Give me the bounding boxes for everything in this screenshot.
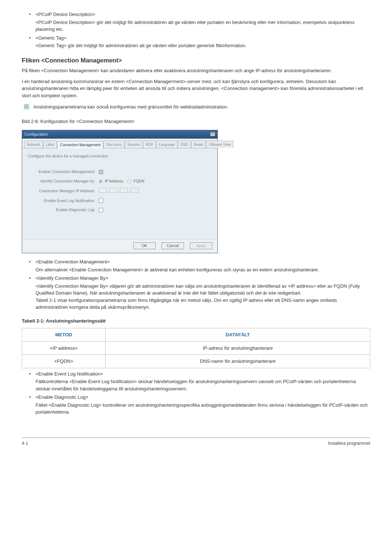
ip-address-field[interactable]: . . .	[99, 188, 139, 194]
figure-caption: Bild 2-6: Konfiguration för <Connection …	[22, 118, 370, 125]
label-identify-by: Identify Connection Manager by:	[28, 178, 99, 184]
list-item: • <Enable Event Log Notification> Fältko…	[29, 370, 370, 393]
apply-button[interactable]: Apply	[190, 242, 212, 250]
list-item: • <PCoIP Device Description> <PCoIP Devi…	[29, 11, 370, 33]
ip-octet-4[interactable]	[130, 188, 138, 193]
label-diag-log: Enable Diagnostic Log:	[28, 207, 99, 213]
cell-method: <FQDN>	[22, 355, 106, 368]
ok-button[interactable]: OK	[133, 242, 156, 250]
radio-ip-address[interactable]	[99, 180, 102, 183]
item-desc: <PCoIP Device Description> gör det möjli…	[36, 19, 370, 33]
col-header-method: METOD	[22, 328, 106, 342]
note-row: Anslutningsparametrarna kan också konfig…	[22, 103, 370, 111]
item-desc: Om alternativet <Enable Connection Manag…	[36, 266, 370, 274]
bullet-dot-icon: •	[29, 11, 36, 33]
table-row: <IP address> IP-adress för anslutninghan…	[22, 341, 370, 355]
list-item: • <Identify Connection Manager By> <Iden…	[29, 275, 370, 311]
row-cm-ip: Connection Manager IP Address: . . .	[28, 188, 212, 194]
checkbox-enable-cm[interactable]	[99, 170, 103, 174]
tab-session[interactable]: Session	[125, 141, 143, 148]
tab-label[interactable]: Label	[43, 141, 57, 148]
table-caption: Tabell 2-1: Anslutningshanteringssätt	[22, 317, 370, 325]
paragraph: I en hanterad anslutning kommunicerar en…	[22, 78, 370, 99]
dialog-body: Configure the device for a managed conne…	[22, 148, 217, 239]
row-diag-log: Enable Diagnostic Log:	[28, 207, 212, 213]
col-header-datafield: DATAFÄLT	[106, 328, 370, 342]
tab-discovery[interactable]: Discovery	[103, 141, 124, 148]
list-item: • <Enable Diagnostic Log> Fältet <Enable…	[29, 394, 370, 416]
item-desc: Fältkontrollerna <Enable Event Log Notif…	[36, 378, 370, 392]
bullet-dot-icon: •	[29, 394, 36, 416]
tab-vmware-view[interactable]: VMware View	[206, 141, 233, 148]
row-identify-by: Identify Connection Manager by: IP Addre…	[28, 178, 212, 184]
note-text: Anslutningsparametrarna kan också konfig…	[33, 103, 228, 111]
row-event-log: Enable Event Log Notification:	[28, 198, 212, 204]
page-number: 4-1	[22, 440, 28, 447]
page-footer: 4-1 Installera programmet	[22, 438, 370, 447]
label-event-log: Enable Event Log Notification:	[28, 198, 99, 204]
item-desc: <Generic Tag> gör det möjligt för admini…	[36, 42, 370, 49]
radio-ip-label: IP Address	[105, 179, 123, 183]
cancel-button[interactable]: Cancel	[162, 242, 184, 250]
tab-strip: Network Label Connection Management Disc…	[22, 139, 217, 148]
bullet-dot-icon: •	[29, 275, 36, 311]
footer-title: Installera programmet	[328, 440, 370, 447]
ip-octet-3[interactable]	[120, 188, 128, 193]
bottom-bullet-list: • <Enable Event Log Notification> Fältko…	[22, 370, 370, 416]
radio-fqdn-label: FQDN	[134, 179, 144, 183]
bullet-dot-icon: •	[29, 34, 36, 49]
top-bullet-list: • <PCoIP Device Description> <PCoIP Devi…	[22, 11, 370, 49]
label-enable-cm: Enable Connection Management:	[28, 169, 99, 175]
item-title: <Generic Tag>	[36, 34, 370, 42]
item-title: <Identify Connection Manager By>	[36, 275, 370, 282]
cell-datafield: DNS-namn för anslutningshanterare	[106, 355, 370, 368]
dialog-button-row: OK Cancel Apply	[22, 239, 217, 253]
item-desc: Fältet <Enable Diagnostic Log> kontrolle…	[36, 402, 370, 416]
close-icon[interactable]: ×	[210, 132, 215, 136]
tab-language[interactable]: Language	[156, 141, 178, 148]
paragraph: På fliken <Connection Management> kan an…	[22, 67, 370, 74]
item-title: <Enable Event Log Notification>	[36, 370, 370, 378]
table-row: <FQDN> DNS-namn för anslutningshanterare	[22, 355, 370, 368]
checkbox-event-log[interactable]	[99, 198, 103, 203]
section-heading: Fliken <Connection Management>	[22, 56, 370, 65]
item-desc: <Identify Connection Manager By> väljare…	[36, 283, 370, 311]
list-item: • <Generic Tag> <Generic Tag> gör det mö…	[29, 34, 370, 49]
checkbox-diag-log[interactable]	[99, 208, 103, 212]
dialog-titlebar: Configuration ×	[22, 130, 217, 139]
tab-network[interactable]: Network	[24, 141, 43, 148]
ip-octet-1[interactable]	[99, 188, 107, 193]
bullet-dot-icon: •	[29, 370, 36, 393]
note-icon	[24, 104, 29, 109]
tab-osd[interactable]: OSD	[178, 141, 191, 148]
tab-rdp[interactable]: RDP	[143, 141, 156, 148]
dialog-description: Configure the device for a managed conne…	[28, 153, 212, 159]
lower-bullet-list: • <Enable Connection Management> Om alte…	[22, 258, 370, 311]
item-title: <PCoIP Device Description>	[36, 11, 370, 18]
item-title: <Enable Diagnostic Log>	[36, 394, 370, 401]
cell-datafield: IP-adress för anslutninghanterare	[106, 341, 370, 355]
bullet-dot-icon: •	[29, 258, 36, 273]
method-table: METOD DATAFÄLT <IP address> IP-adress fö…	[22, 328, 370, 368]
tab-reset[interactable]: Reset	[191, 141, 206, 148]
label-cm-ip: Connection Manager IP Address:	[28, 188, 99, 194]
dialog-title: Configuration	[24, 131, 48, 138]
item-title: <Enable Connection Management>	[36, 258, 370, 266]
ip-octet-2[interactable]	[109, 188, 117, 193]
configuration-dialog: Configuration × Network Label Connection…	[22, 130, 218, 253]
tab-connection-management[interactable]: Connection Management	[57, 141, 103, 148]
row-enable-cm: Enable Connection Management:	[28, 169, 212, 175]
list-item: • <Enable Connection Management> Om alte…	[29, 258, 370, 273]
radio-fqdn[interactable]	[127, 180, 131, 183]
cell-method: <IP address>	[22, 341, 106, 355]
